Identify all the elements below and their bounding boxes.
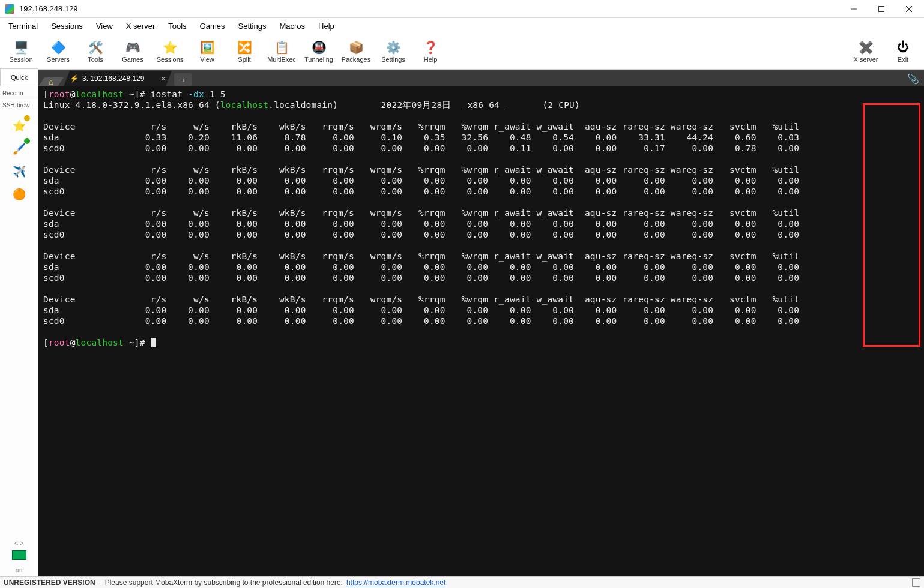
toolbar-exit-button[interactable]: ⏻Exit xyxy=(886,35,920,68)
toolbar-tools-button[interactable]: 🛠️Tools xyxy=(78,35,113,68)
packages-icon: 📦 xyxy=(349,40,363,55)
multiexec-icon: 📋 xyxy=(274,40,289,55)
unregistered-label: UNREGISTERED VERSION xyxy=(4,578,95,587)
menu-sessions[interactable]: Sessions xyxy=(45,19,89,33)
split-icon: 🔀 xyxy=(237,40,252,55)
status-message: Please support MobaXterm by subscribing … xyxy=(105,578,343,587)
home-tab[interactable]: ⌂ xyxy=(38,77,64,86)
view-icon: 🖼️ xyxy=(200,40,214,55)
sidebar-stub-reconnect[interactable]: Reconn xyxy=(0,89,38,98)
status-bar: UNREGISTERED VERSION - Please support Mo… xyxy=(0,576,924,588)
toolbar-servers-button[interactable]: 🔷Servers xyxy=(41,35,76,68)
menu-tools[interactable]: Tools xyxy=(162,19,192,33)
menu-settings[interactable]: Settings xyxy=(232,19,273,33)
toolbar-multiexec-button[interactable]: 📋MultiExec xyxy=(264,35,299,68)
quick-connect-tab[interactable]: Quick xyxy=(0,68,38,86)
star-icon[interactable]: ⭐ xyxy=(10,116,29,136)
new-tab-button[interactable]: + xyxy=(174,73,192,86)
toolbar-help-button[interactable]: ❓Help xyxy=(413,35,448,68)
menu-terminal[interactable]: Terminal xyxy=(2,19,44,33)
main-toolbar: 🖥️Session🔷Servers🛠️Tools🎮Games⭐Sessions🖼… xyxy=(0,34,924,70)
sidebar-activity-graph xyxy=(12,550,26,560)
left-sidebar: Reconn SSH-brow ⭐🖌️✈️🟠 < > rm xyxy=(0,86,38,576)
settings-icon: ⚙️ xyxy=(386,40,400,55)
menu-x-server[interactable]: X server xyxy=(120,19,161,33)
menu-bar: TerminalSessionsViewX serverToolsGamesSe… xyxy=(0,18,924,34)
toolbar-sessions-button[interactable]: ⭐Sessions xyxy=(152,35,187,68)
terminal-pane[interactable]: [root@localhost ~]# iostat -dx 1 5 Linux… xyxy=(38,86,924,576)
home-icon: ⌂ xyxy=(49,77,53,86)
session-tab-active[interactable]: ⚡ 3. 192.168.248.129 × xyxy=(64,71,172,86)
menu-macros[interactable]: Macros xyxy=(273,19,311,33)
sidebar-footer-label: rm xyxy=(13,565,25,576)
servers-icon: 🔷 xyxy=(51,40,65,55)
window-titlebar: 192.168.248.129 xyxy=(0,0,924,18)
menu-games[interactable]: Games xyxy=(194,19,231,33)
toolbar-tunneling-button[interactable]: 🚇Tunneling xyxy=(301,35,336,68)
paperclip-icon[interactable]: 📎 xyxy=(907,73,919,85)
toolbar-settings-button[interactable]: ⚙️Settings xyxy=(376,35,411,68)
games-icon: 🎮 xyxy=(125,40,140,55)
status-link[interactable]: https://mobaxterm.mobatek.net xyxy=(346,578,445,587)
highlight-annotation xyxy=(863,103,920,347)
lightning-icon: ⚡ xyxy=(70,74,79,83)
tools-icon: 🛠️ xyxy=(88,40,103,55)
session-icon: 🖥️ xyxy=(14,40,28,55)
svg-rect-1 xyxy=(879,6,884,11)
brush-icon[interactable]: 🖌️ xyxy=(10,139,29,158)
x server-icon: ✖️ xyxy=(859,40,873,55)
maximize-button[interactable] xyxy=(868,0,895,18)
help-icon: ❓ xyxy=(423,40,438,55)
tab-bar: Quick ⌂ ⚡ 3. 192.168.248.129 × + 📎 xyxy=(38,70,924,86)
send-icon[interactable]: ✈️ xyxy=(10,162,29,181)
sidebar-stub-sshbrowser[interactable]: SSH-brow xyxy=(0,101,38,110)
close-button[interactable] xyxy=(895,0,923,18)
menu-view[interactable]: View xyxy=(90,19,119,33)
tab-label: 3. 192.168.248.129 xyxy=(82,74,144,83)
toolbar-view-button[interactable]: 🖼️View xyxy=(190,35,225,68)
status-square-icon[interactable] xyxy=(912,578,920,587)
close-icon[interactable]: × xyxy=(161,74,166,83)
sidebar-collapse-arrows[interactable]: < > xyxy=(14,540,23,547)
toolbar-games-button[interactable]: 🎮Games xyxy=(115,35,150,68)
toolbar-x-server-button[interactable]: ✖️X server xyxy=(848,35,883,68)
globe-icon[interactable]: 🟠 xyxy=(10,185,29,204)
exit-icon: ⏻ xyxy=(896,40,910,55)
toolbar-session-button[interactable]: 🖥️Session xyxy=(4,35,38,68)
sessions-icon: ⭐ xyxy=(163,40,177,55)
toolbar-packages-button[interactable]: 📦Packages xyxy=(339,35,373,68)
menu-help[interactable]: Help xyxy=(312,19,340,33)
minimize-button[interactable] xyxy=(840,0,868,18)
window-title: 192.168.248.129 xyxy=(19,4,78,13)
toolbar-split-button[interactable]: 🔀Split xyxy=(227,35,262,68)
tunneling-icon: 🚇 xyxy=(312,40,326,55)
app-icon xyxy=(5,4,14,14)
